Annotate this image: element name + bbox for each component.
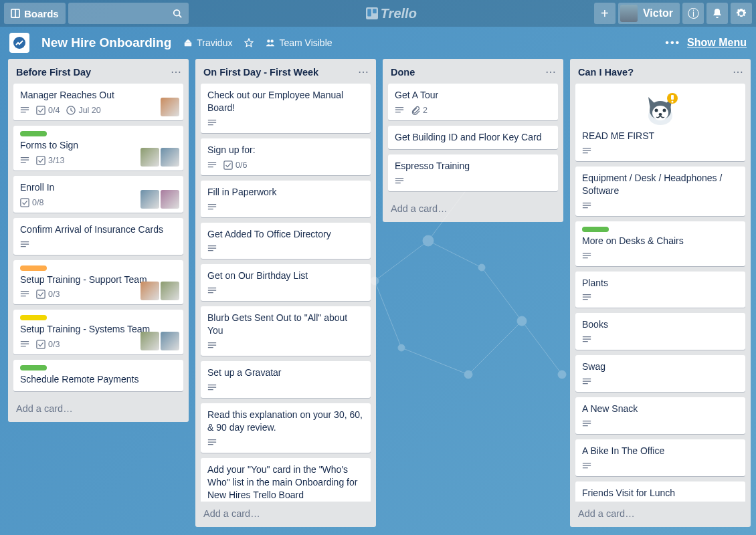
- member-avatar[interactable]: [140, 190, 159, 209]
- settings-button[interactable]: [731, 3, 752, 24]
- info-button[interactable]: ⓘ: [682, 3, 704, 24]
- card-labels: [20, 265, 177, 271]
- card[interactable]: Manager Reaches Out0/4Jul 20: [13, 84, 183, 120]
- list-title[interactable]: Before First Day: [16, 67, 171, 78]
- card[interactable]: READ ME FIRST: [575, 84, 745, 161]
- card[interactable]: Plants: [575, 272, 745, 308]
- avatar: [620, 5, 638, 22]
- board-header: New Hire Onboarding Travidux Team Visibl…: [0, 27, 756, 59]
- svg-point-25: [268, 39, 270, 42]
- husky-icon: [582, 89, 739, 126]
- card[interactable]: A New Snack: [575, 397, 745, 434]
- card[interactable]: Blurb Gets Sent Out to "All" about You: [201, 306, 371, 356]
- notifications-button[interactable]: [706, 3, 728, 24]
- card[interactable]: Get Building ID and Floor Key Card: [388, 126, 558, 149]
- bell-icon: [712, 8, 723, 19]
- checklist-badge: 0/8: [20, 198, 43, 207]
- card-title: Set up a Gravatar: [207, 366, 364, 379]
- member-avatar[interactable]: [161, 148, 179, 167]
- card-title: Blurb Gets Sent Out to "All" about You: [207, 312, 364, 337]
- card[interactable]: Setup Training - Systems Team0/3: [13, 310, 183, 354]
- people-icon: [266, 38, 275, 47]
- add-card-button[interactable]: Add a card…: [195, 502, 376, 527]
- list-menu-button[interactable]: ⋯: [545, 66, 557, 78]
- card[interactable]: Fill in Paperwork: [201, 181, 371, 217]
- card[interactable]: Get A Tour2: [388, 84, 558, 120]
- label-green[interactable]: [582, 227, 609, 232]
- description-badge: [20, 340, 29, 349]
- board-canvas[interactable]: Before First Day⋯Manager Reaches Out0/4J…: [0, 59, 756, 535]
- list-title[interactable]: Done: [391, 67, 545, 78]
- show-menu-button[interactable]: Show Menu: [687, 37, 747, 49]
- svg-point-87: [672, 101, 674, 103]
- card[interactable]: Sign up for:0/6: [201, 138, 371, 175]
- checklist-badge: 0/3: [36, 340, 60, 349]
- card[interactable]: Books: [575, 313, 745, 350]
- card[interactable]: Confirm Arrival of Insurance Cards: [13, 218, 183, 255]
- label-orange[interactable]: [20, 265, 47, 271]
- card[interactable]: Check out our Employee Manual Board!: [201, 84, 371, 133]
- card-title: Books: [582, 318, 739, 331]
- card[interactable]: A Bike In The Office: [575, 439, 745, 476]
- card[interactable]: Enroll In0/8: [13, 176, 183, 213]
- card[interactable]: Swag: [575, 355, 745, 392]
- gear-icon: [736, 8, 747, 19]
- more-icon[interactable]: •••: [665, 37, 680, 49]
- card[interactable]: Forms to Sign3/13: [13, 126, 183, 171]
- card[interactable]: Equipment / Desk / Headphones / Software: [575, 167, 745, 216]
- card[interactable]: Read this explanation on your 30, 60, & …: [201, 403, 371, 453]
- card[interactable]: Setup Training - Support Team0/3: [13, 260, 183, 305]
- list-menu-button[interactable]: ⋯: [358, 66, 369, 78]
- boards-icon: [11, 9, 20, 18]
- trello-icon: [366, 7, 378, 19]
- star-button[interactable]: [244, 38, 254, 47]
- card-title: Swag: [582, 360, 739, 373]
- card[interactable]: Add your "You" card in the "Who's Who" l…: [201, 458, 371, 502]
- card[interactable]: Espresso Training: [388, 154, 558, 191]
- list-menu-button[interactable]: ⋯: [733, 66, 744, 78]
- create-button[interactable]: +: [594, 3, 616, 24]
- user-menu[interactable]: Victor: [618, 3, 680, 24]
- label-green[interactable]: [20, 131, 47, 136]
- svg-point-18: [173, 10, 179, 16]
- svg-rect-22: [373, 9, 377, 13]
- card-title: Add your "You" card in the "Who's Who" l…: [207, 463, 364, 502]
- description-badge: [20, 156, 29, 165]
- add-card-button[interactable]: Add a card…: [570, 502, 751, 527]
- boards-button[interactable]: Boards: [4, 3, 66, 24]
- member-avatar[interactable]: [161, 190, 179, 209]
- member-avatar[interactable]: [140, 282, 159, 300]
- svg-rect-21: [367, 9, 371, 16]
- add-card-button[interactable]: Add a card…: [8, 397, 189, 422]
- card-title: A New Snack: [582, 403, 739, 415]
- list: Before First Day⋯Manager Reaches Out0/4J…: [8, 59, 189, 422]
- member-avatar[interactable]: [140, 148, 159, 167]
- list-title[interactable]: Can I Have?: [578, 67, 733, 78]
- team-link[interactable]: Travidux: [183, 37, 232, 48]
- brand-logo[interactable]: Trello: [191, 6, 591, 21]
- card[interactable]: Schedule Remote Payments: [13, 360, 183, 391]
- visibility-button[interactable]: Team Visible: [266, 37, 332, 48]
- member-avatar[interactable]: [140, 332, 159, 350]
- search-input[interactable]: [68, 3, 189, 24]
- member-avatar[interactable]: [161, 332, 179, 350]
- board-title[interactable]: New Hire Onboarding: [41, 35, 171, 50]
- card[interactable]: Get on Our Birthday List: [201, 264, 371, 301]
- plus-icon: +: [601, 6, 609, 21]
- description-badge: [207, 438, 217, 447]
- label-green[interactable]: [20, 365, 47, 370]
- card-title: Manager Reaches Out: [20, 89, 177, 102]
- card[interactable]: Get Added To Office Directory: [201, 223, 371, 259]
- card[interactable]: More on Desks & Chairs: [575, 221, 745, 266]
- card-labels: [20, 365, 177, 370]
- card-title: Fill in Paperwork: [207, 186, 364, 199]
- card[interactable]: Friends Visit for Lunch: [575, 481, 745, 502]
- card[interactable]: Set up a Gravatar: [201, 361, 371, 398]
- list-title[interactable]: On First Day - First Week: [203, 67, 358, 78]
- label-yellow[interactable]: [20, 315, 47, 320]
- member-avatar[interactable]: [161, 98, 179, 116]
- member-avatar[interactable]: [161, 282, 179, 300]
- add-card-button[interactable]: Add a card…: [383, 197, 563, 222]
- card-title: Equipment / Desk / Headphones / Software: [582, 172, 739, 197]
- list-menu-button[interactable]: ⋯: [171, 66, 182, 78]
